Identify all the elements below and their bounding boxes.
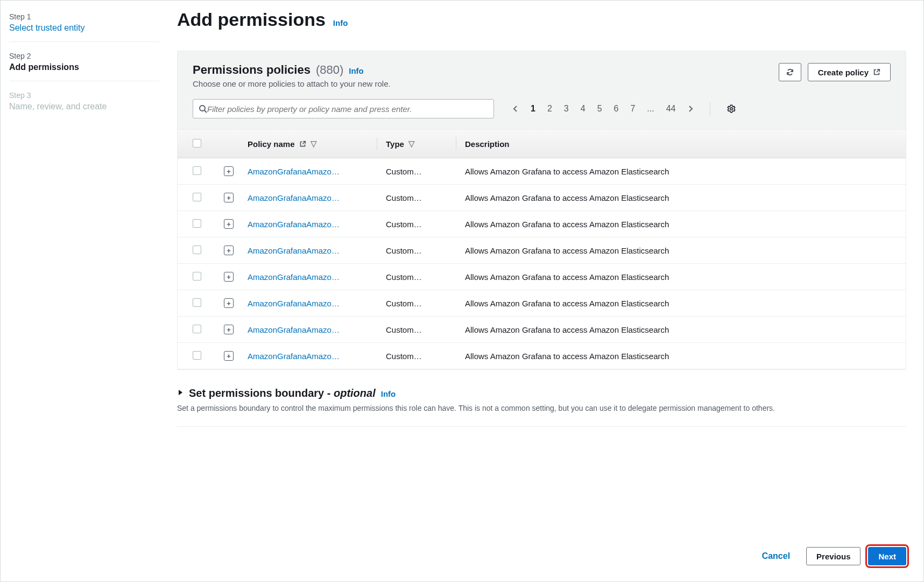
table-row: +AmazonGrafanaAmazo…Custom…Allows Amazon… [178,185,906,211]
page-info-link[interactable]: Info [333,18,348,27]
panel-description: Choose one or more policies to attach to… [193,79,391,88]
step-label: Step 3 [9,91,160,100]
panel-info-link[interactable]: Info [349,66,364,75]
policy-name-link[interactable]: AmazonGrafanaAmazo… [248,246,340,255]
page-last[interactable]: 44 [666,104,676,114]
external-link-icon [299,141,306,148]
page-6[interactable]: 6 [614,104,619,114]
boundary-description: Set a permissions boundary to control th… [177,403,906,413]
policy-description: Allows Amazon Grafana to access Amazon E… [465,220,891,229]
table-row: +AmazonGrafanaAmazo…Custom…Allows Amazon… [178,211,906,237]
step-title: Name, review, and create [9,102,160,111]
previous-button[interactable]: Previous [806,547,860,565]
panel-count: (880) [316,63,343,77]
row-checkbox[interactable] [193,219,201,228]
refresh-button[interactable] [779,63,801,81]
policy-type: Custom… [386,325,456,334]
step-title[interactable]: Select trusted entity [9,23,160,33]
permissions-boundary-toggle[interactable]: Set permissions boundary - optional Info [177,387,906,399]
policies-table-header: Policy name ▽ Type ▽ Description [178,130,906,158]
wizard-footer: Cancel Previous Next [177,525,906,581]
table-row: +AmazonGrafanaAmazo…Custom…Allows Amazon… [178,264,906,290]
policy-description: Allows Amazon Grafana to access Amazon E… [465,299,891,308]
select-all-checkbox[interactable] [193,139,201,148]
page-next[interactable] [687,104,694,113]
policy-description: Allows Amazon Grafana to access Amazon E… [465,352,891,361]
divider [710,102,710,115]
create-policy-button[interactable]: Create policy [808,63,891,81]
next-button[interactable]: Next [868,547,906,565]
table-row: +AmazonGrafanaAmazo…Custom…Allows Amazon… [178,317,906,343]
page-4[interactable]: 4 [581,104,586,114]
pagination: 1 2 3 4 5 6 7 ... 44 [512,102,736,115]
expand-row-button[interactable]: + [224,325,234,334]
expand-row-button[interactable]: + [224,272,234,282]
expand-row-button[interactable]: + [224,246,234,255]
column-label: Type [386,139,404,149]
page-prev[interactable] [512,104,519,113]
page-5[interactable]: 5 [597,104,602,114]
sort-icon: ▽ [311,139,317,149]
page-7[interactable]: 7 [630,104,635,114]
expand-row-button[interactable]: + [224,298,234,308]
expand-row-button[interactable]: + [224,166,234,176]
table-row: +AmazonGrafanaAmazo…Custom…Allows Amazon… [178,158,906,185]
table-row: +AmazonGrafanaAmazo…Custom…Allows Amazon… [178,290,906,317]
boundary-info-link[interactable]: Info [381,389,396,398]
search-icon [199,104,207,113]
policy-name-link[interactable]: AmazonGrafanaAmazo… [248,272,340,282]
policy-description: Allows Amazon Grafana to access Amazon E… [465,246,891,255]
column-label: Description [465,139,510,149]
create-policy-label: Create policy [818,68,869,77]
wizard-step-1[interactable]: Step 1 Select trusted entity [9,9,160,42]
row-checkbox[interactable] [193,193,201,201]
wizard-step-3: Step 3 Name, review, and create [9,88,160,120]
policy-name-link[interactable]: AmazonGrafanaAmazo… [248,352,340,361]
policy-type: Custom… [386,193,456,202]
expand-row-button[interactable]: + [224,351,234,361]
svg-point-1 [730,108,733,110]
policy-description: Allows Amazon Grafana to access Amazon E… [465,272,891,282]
page-1[interactable]: 1 [531,104,535,114]
column-label: Policy name [248,139,295,149]
permissions-boundary-section: Set permissions boundary - optional Info… [177,387,906,427]
sort-icon: ▽ [408,139,415,149]
wizard-step-2: Step 2 Add permissions [9,48,160,81]
policy-description: Allows Amazon Grafana to access Amazon E… [465,325,891,334]
wizard-steps-sidebar: Step 1 Select trusted entity Step 2 Add … [1,9,173,581]
row-checkbox[interactable] [193,166,201,175]
expand-row-button[interactable]: + [224,219,234,229]
step-label: Step 1 [9,12,160,21]
svg-point-0 [200,106,205,111]
row-checkbox[interactable] [193,298,201,307]
expand-row-button[interactable]: + [224,193,234,202]
boundary-optional: optional [334,387,376,399]
policy-type: Custom… [386,246,456,255]
column-policy-name[interactable]: Policy name ▽ [248,139,377,149]
policy-filter-input[interactable] [207,100,488,118]
policy-type: Custom… [386,220,456,229]
row-checkbox[interactable] [193,272,201,281]
policy-filter[interactable] [193,99,494,118]
column-type[interactable]: Type ▽ [386,139,456,149]
policy-description: Allows Amazon Grafana to access Amazon E… [465,193,891,202]
cancel-button[interactable]: Cancel [753,547,799,565]
gear-icon [726,104,736,114]
row-checkbox[interactable] [193,246,201,254]
policy-name-link[interactable]: AmazonGrafanaAmazo… [248,299,340,308]
policy-name-link[interactable]: AmazonGrafanaAmazo… [248,220,340,229]
page-2[interactable]: 2 [547,104,552,114]
policy-name-link[interactable]: AmazonGrafanaAmazo… [248,193,340,202]
row-checkbox[interactable] [193,351,201,360]
policy-name-link[interactable]: AmazonGrafanaAmazo… [248,167,340,176]
page-3[interactable]: 3 [564,104,569,114]
step-title: Add permissions [9,62,160,72]
step-label: Step 2 [9,52,160,60]
row-checkbox[interactable] [193,325,201,333]
policy-name-link[interactable]: AmazonGrafanaAmazo… [248,325,340,334]
table-settings-button[interactable] [726,104,736,114]
policy-type: Custom… [386,352,456,361]
policy-type: Custom… [386,272,456,282]
caret-right-icon [177,389,184,396]
table-row: +AmazonGrafanaAmazo…Custom…Allows Amazon… [178,237,906,264]
